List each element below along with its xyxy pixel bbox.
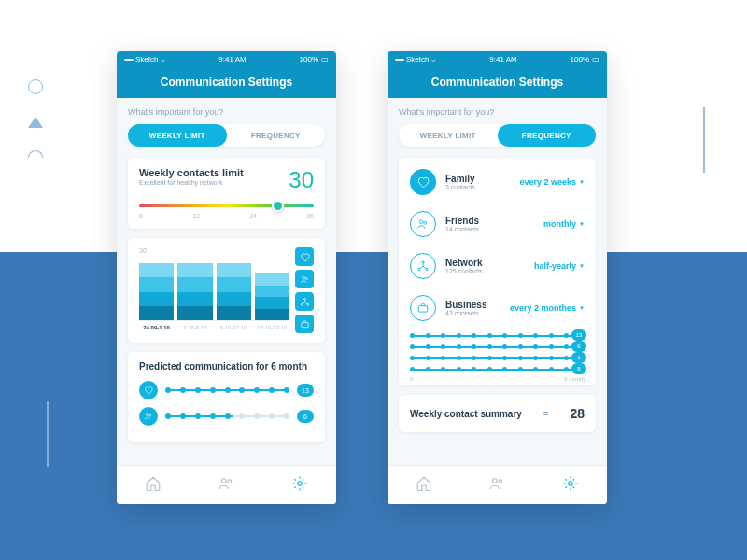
cat-name: Network xyxy=(445,258,525,268)
phone-weekly-limit: ••••• Sketch ⌵ 9:41 AM 100% ▭ Communicat… xyxy=(117,51,336,504)
status-time: 9:41 AM xyxy=(489,55,516,63)
weekly-chart-card: 30 24.09-1.10 2.10-8.10 9.10-17.10 18.10… xyxy=(128,238,325,343)
tick-36: 36 xyxy=(306,213,314,219)
summary-card: Weekly contact summary = 28 xyxy=(399,395,596,432)
category-network[interactable]: Network125 contacts half-yearly xyxy=(410,245,585,287)
tick-12: 12 xyxy=(192,213,200,219)
decoration-line-left xyxy=(47,401,49,467)
deco-circle-icon xyxy=(28,79,43,94)
bottom-nav xyxy=(388,465,607,504)
predicted-row-friends: 6 xyxy=(139,407,314,426)
prompt-text: What's important for you? xyxy=(399,107,596,117)
slider-ticks: 0 12 24 36 xyxy=(139,213,314,219)
tab-weekly-limit[interactable]: WEEKLY LIMIT xyxy=(399,124,498,147)
svg-point-13 xyxy=(422,261,424,263)
cat-name: Family xyxy=(445,174,510,184)
status-time: 9:41 AM xyxy=(218,55,246,63)
equals-sign: = xyxy=(543,409,549,419)
freq-dropdown[interactable]: half-yearly xyxy=(534,261,585,271)
page-title: Communication Settings xyxy=(161,76,292,89)
cat-name: Friends xyxy=(445,216,534,226)
svg-point-2 xyxy=(303,298,305,300)
category-family[interactable]: Family3 contacts every 2 weeks xyxy=(410,161,585,203)
freq-line-2: 6 xyxy=(410,346,585,348)
category-business[interactable]: Business43 contacts every 2 monthes xyxy=(410,287,585,329)
tab-switcher: WEEKLY LIMIT FREQUENCY xyxy=(399,124,596,147)
status-bar: ••••• Sketch ⌵ 9:41 AM 100% ▭ xyxy=(388,51,607,66)
nav-home[interactable] xyxy=(145,475,162,496)
summary-value: 28 xyxy=(570,406,585,421)
decoration-left xyxy=(28,79,43,158)
limit-subtitle: Excellent for healthy network xyxy=(139,179,244,186)
stacked-bars xyxy=(139,256,289,321)
svg-point-18 xyxy=(499,479,502,483)
wifi-icon: ⌵ xyxy=(161,55,165,63)
phone-frequency: ••••• Sketch ⌵ 9:41 AM 100% ▭ Communicat… xyxy=(388,51,607,504)
bar-week-1[interactable] xyxy=(139,256,174,320)
bar-label-2: 2.10-8.10 xyxy=(177,325,212,330)
bar-label-1: 24.09-1.10 xyxy=(139,325,174,330)
page-header: Communication Settings xyxy=(117,66,336,98)
svg-point-1 xyxy=(305,277,307,279)
freq-dropdown[interactable]: every 2 weeks xyxy=(519,177,585,187)
svg-point-11 xyxy=(420,220,424,224)
tab-frequency[interactable]: FREQUENCY xyxy=(227,124,326,147)
nav-home[interactable] xyxy=(416,475,432,496)
tick-0: 0 xyxy=(139,213,143,219)
nav-contacts[interactable] xyxy=(218,475,234,496)
tick-24: 24 xyxy=(249,213,257,219)
briefcase-icon xyxy=(410,295,436,321)
svg-point-14 xyxy=(418,268,420,270)
bar-week-4[interactable] xyxy=(255,256,289,320)
freq-dropdown[interactable]: monthly xyxy=(543,219,585,229)
freq-line-1: 13 xyxy=(410,335,585,337)
svg-point-0 xyxy=(302,276,304,279)
nav-settings[interactable] xyxy=(291,475,308,496)
heart-icon xyxy=(139,381,158,399)
svg-point-8 xyxy=(222,478,227,483)
freq-line-3: 1 xyxy=(410,357,585,359)
predicted-row-family: 13 xyxy=(139,381,314,399)
slider-thumb[interactable] xyxy=(272,200,284,212)
nav-contacts[interactable] xyxy=(488,475,505,496)
bar-week-2[interactable] xyxy=(177,256,212,320)
people-icon xyxy=(139,407,158,426)
svg-point-15 xyxy=(426,268,428,270)
svg-point-19 xyxy=(569,481,573,485)
filter-network-icon[interactable] xyxy=(295,292,314,311)
svg-point-12 xyxy=(424,221,427,224)
freq-badge-4: 8 xyxy=(571,363,586,374)
battery-pct: 100% xyxy=(571,55,589,63)
limit-slider[interactable] xyxy=(139,204,314,207)
carrier-label: Sketch xyxy=(135,55,158,63)
bar-week-3[interactable] xyxy=(217,256,251,320)
predicted-title: Predicted communication for 6 month xyxy=(139,361,314,371)
battery-icon: ▭ xyxy=(592,55,599,63)
freq-axis-start: 0 xyxy=(410,376,413,382)
svg-point-7 xyxy=(149,414,151,416)
carrier-label: Sketch xyxy=(406,55,429,63)
tab-frequency[interactable]: FREQUENCY xyxy=(498,124,597,147)
freq-dropdown[interactable]: every 2 monthes xyxy=(510,303,585,313)
filter-briefcase-icon[interactable] xyxy=(295,315,314,333)
svg-point-6 xyxy=(147,413,149,416)
signal-dots-icon: ••••• xyxy=(395,55,403,63)
filter-people-icon[interactable] xyxy=(295,270,314,288)
freq-line-4: 8 xyxy=(410,369,585,371)
predicted-card: Predicted communication for 6 month 13 6 xyxy=(128,352,325,442)
svg-point-17 xyxy=(493,478,498,483)
decoration-line-right xyxy=(703,107,705,173)
svg-point-10 xyxy=(298,481,303,485)
nav-settings[interactable] xyxy=(562,475,579,496)
category-friends[interactable]: Friends14 contacts monthly xyxy=(410,203,585,245)
svg-point-9 xyxy=(228,479,232,483)
tab-weekly-limit[interactable]: WEEKLY LIMIT xyxy=(128,124,227,147)
network-icon xyxy=(410,253,436,279)
bottom-nav xyxy=(117,465,336,504)
deco-triangle-icon xyxy=(28,117,43,128)
status-bar: ••••• Sketch ⌵ 9:41 AM 100% ▭ xyxy=(117,51,336,66)
signal-dots-icon: ••••• xyxy=(124,55,133,63)
freq-badge-1: 13 xyxy=(571,329,586,341)
filter-heart-icon[interactable] xyxy=(295,247,314,266)
cat-name: Business xyxy=(445,300,500,310)
